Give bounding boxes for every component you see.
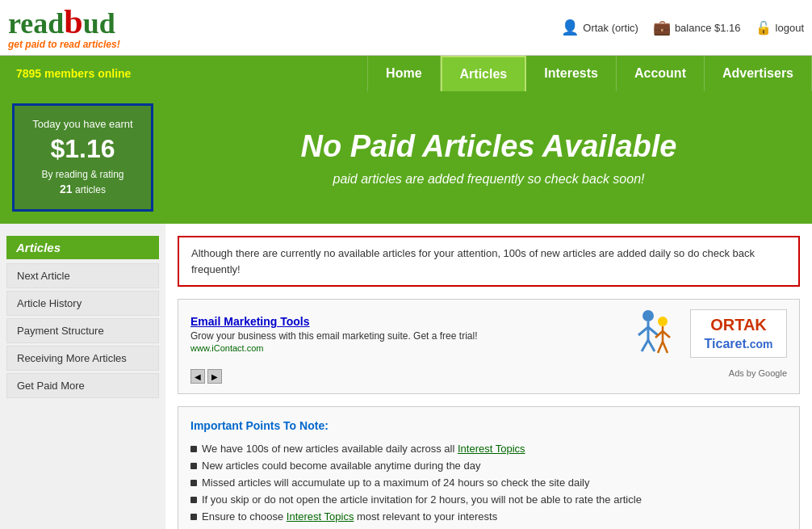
logo: readbud get paid to read articles!: [8, 5, 120, 50]
list-item: If you skip or do not open the article i…: [190, 491, 787, 508]
ad-content: Email Marketing Tools Grow your business…: [190, 315, 617, 353]
sidebar-item-receiving-more[interactable]: Receiving More Articles: [6, 346, 159, 371]
hero-banner: Today you have earnt $1.16 By reading & …: [0, 91, 812, 224]
earnings-amount: $1.16: [31, 134, 135, 164]
ad-nav: ◀ ▶: [190, 369, 222, 384]
sidebar-header: Articles: [6, 236, 159, 259]
user-icon: 👤: [561, 19, 579, 36]
svg-line-5: [648, 340, 655, 351]
content-area: Articles Next Article Article History Pa…: [0, 224, 812, 529]
logo-subtitle: get paid to read articles!: [8, 39, 120, 50]
main-content: Although there are currently no availabl…: [165, 224, 812, 529]
username-label: Ortak (ortic): [583, 22, 638, 34]
ad-nav-prev[interactable]: ◀: [190, 369, 205, 384]
important-title: Important Points To Note:: [190, 419, 787, 432]
tab-interests[interactable]: Interests: [526, 56, 617, 91]
svg-line-3: [648, 327, 658, 335]
earnings-label: Today you have earnt: [31, 118, 135, 130]
svg-line-9: [663, 331, 670, 338]
header: readbud get paid to read articles! 👤 Ort…: [0, 0, 812, 56]
notice-box: Although there are currently no availabl…: [178, 236, 800, 287]
ad-box-inner: Email Marketing Tools Grow your business…: [190, 309, 787, 384]
list-item: New articles could become available anyt…: [190, 457, 787, 474]
bullet-icon: [190, 446, 197, 452]
list-item: We have 100s of new articles available d…: [190, 440, 787, 457]
svg-line-2: [638, 327, 648, 335]
balance-info: 💼 balance $1.16: [653, 19, 741, 36]
balance-label: balance $1.16: [675, 22, 741, 34]
hero-subtitle: paid articles are added frequently so ch…: [333, 172, 644, 187]
ad-box: Email Marketing Tools Grow your business…: [178, 299, 800, 394]
earnings-inner: Today you have earnt $1.16 By reading & …: [12, 103, 153, 212]
ad-box-top: Email Marketing Tools Grow your business…: [190, 309, 787, 358]
tab-advertisers[interactable]: Advertisers: [705, 56, 812, 91]
svg-line-4: [642, 340, 648, 351]
ad-nav-next[interactable]: ▶: [207, 369, 222, 384]
ad-image: [626, 309, 682, 358]
bullet-icon: [190, 497, 197, 503]
wallet-icon: 💼: [653, 19, 671, 36]
svg-point-0: [642, 310, 654, 321]
important-box: Important Points To Note: We have 100s o…: [178, 406, 800, 529]
user-info: 👤 Ortak (ortic): [561, 19, 638, 36]
ads-by-google: Ads by Google: [729, 368, 787, 378]
navbar: 7895 members online Home Articles Intere…: [0, 56, 812, 91]
svg-point-6: [658, 317, 668, 326]
notice-text: Although there are currently no availabl…: [191, 247, 755, 275]
logout-info[interactable]: 🔓 logout: [755, 20, 804, 36]
earnings-detail: By reading & rating 21 articles: [31, 168, 135, 197]
bullet-icon: [190, 514, 197, 520]
hero-main: No Paid Articles Available paid articles…: [165, 91, 812, 224]
ad-title[interactable]: Email Marketing Tools: [190, 315, 617, 328]
sidebar-item-article-history[interactable]: Article History: [6, 291, 159, 316]
logout-label[interactable]: logout: [776, 22, 804, 34]
list-item: Ensure to choose Interest Topics most re…: [190, 508, 787, 525]
sidebar-item-next-article[interactable]: Next Article: [6, 263, 159, 288]
interest-topics-link-2[interactable]: Interest Topics: [287, 510, 354, 523]
ad-url[interactable]: www.iContact.com: [190, 343, 617, 353]
hero-title: No Paid Articles Available: [300, 128, 676, 166]
logout-icon: 🔓: [755, 20, 772, 36]
svg-line-11: [663, 342, 668, 353]
ad-logo: ORTAK Ticaret.com: [690, 309, 787, 358]
members-online: 7895 members online: [0, 67, 147, 80]
interest-topics-link-1[interactable]: Interest Topics: [458, 443, 525, 455]
tab-articles[interactable]: Articles: [441, 56, 527, 91]
sidebar: Articles Next Article Article History Pa…: [0, 224, 165, 529]
tab-account[interactable]: Account: [617, 56, 705, 91]
nav-tabs: Home Articles Interests Account Advertis…: [367, 56, 812, 91]
ad-description: Grow your business with this email marke…: [190, 330, 617, 342]
tab-home[interactable]: Home: [367, 56, 440, 91]
important-list: We have 100s of new articles available d…: [190, 440, 787, 525]
list-item: Missed articles will accumulate up to a …: [190, 474, 787, 491]
sidebar-item-payment-structure[interactable]: Payment Structure: [6, 318, 159, 343]
header-right: 👤 Ortak (ortic) 💼 balance $1.16 🔓 logout: [561, 19, 804, 36]
sidebar-item-get-paid-more[interactable]: Get Paid More: [6, 373, 159, 398]
svg-line-10: [658, 342, 663, 353]
logo-text: readbud: [8, 5, 120, 39]
bullet-icon: [190, 463, 197, 469]
ad-box-bottom: ◀ ▶ Ads by Google: [190, 363, 787, 384]
earnings-box: Today you have earnt $1.16 By reading & …: [0, 91, 165, 224]
bullet-icon: [190, 480, 197, 486]
